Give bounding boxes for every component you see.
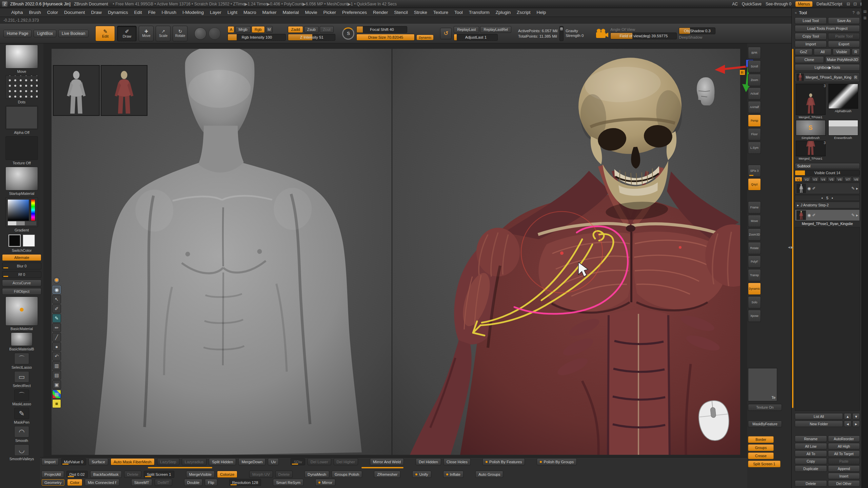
strip-icon[interactable]: ▥ <box>52 361 61 370</box>
subtool-view-tab[interactable]: V1 <box>795 177 802 182</box>
folder-right-icon[interactable]: ► <box>852 421 860 427</box>
bottom-bar-button[interactable]: Polish By Groups <box>537 458 577 465</box>
subtool-view-tab[interactable]: V6 <box>836 177 843 182</box>
bottom-bar-button[interactable]: Del Higher <box>334 458 358 465</box>
lightbox-button[interactable]: LightBox <box>34 30 56 37</box>
palette-item-thumbnail[interactable] <box>5 136 38 160</box>
make-polymesh3d-button[interactable]: Make PolyMesh3D <box>825 56 860 63</box>
subtool-action-button[interactable]: Paste <box>828 458 860 464</box>
tray-button[interactable]: Dynamic <box>748 283 761 295</box>
menu-item[interactable]: Texture <box>430 10 451 15</box>
palette-item[interactable]: Dots <box>5 75 38 104</box>
strip-icon[interactable]: ✐ <box>52 304 61 313</box>
palette-item[interactable]: Alpha Off <box>5 106 38 135</box>
subtool-view-tab[interactable]: V2 <box>803 177 810 182</box>
palette-item[interactable]: Move <box>5 45 38 74</box>
level-right-icon[interactable]: ▪ <box>832 196 833 200</box>
tray-orange-button[interactable]: Groups <box>748 444 774 451</box>
menu-item[interactable]: I-Brush <box>158 10 179 15</box>
window-control-icon[interactable]: ⊟ <box>846 2 851 6</box>
replay-last-rel-button[interactable]: ReplayLastRel <box>480 26 511 33</box>
lightbox-tools-button[interactable]: Lightbox▶Tools <box>795 64 860 71</box>
subtool-action-button[interactable]: Insert <box>828 473 860 479</box>
deep-shadow-label[interactable]: DeepShadow <box>679 35 715 39</box>
adjust-last-slider[interactable]: AdjustLast 1 <box>454 34 498 41</box>
subtool-action-button[interactable]: All To Target <box>828 450 860 457</box>
menu-item[interactable]: I-Modeling <box>179 10 207 15</box>
bottom-bar-button[interactable]: Polish By Features <box>482 458 525 465</box>
subtool-action-button[interactable]: AutoReorder <box>828 435 860 442</box>
tray-button[interactable]: Zoom3D <box>748 228 761 241</box>
menu-item[interactable]: Macro <box>240 10 259 15</box>
titlebar-toggle[interactable]: QuickSave <box>742 2 762 6</box>
titlebar-toggle[interactable]: DefaultZScript <box>816 2 842 6</box>
panel-scrollbar[interactable] <box>792 49 793 408</box>
menu-item[interactable]: Preferences <box>339 10 370 15</box>
menu-item[interactable]: Zscript <box>514 10 534 15</box>
palette-item[interactable]: Gradient <box>5 197 38 232</box>
palette-item-thumbnail[interactable] <box>5 75 38 99</box>
menu-item[interactable]: Dynamics <box>105 10 131 15</box>
rgb-intensity-slider[interactable]: Rgb Intensity 100 <box>228 34 286 41</box>
bottom-bar-button[interactable]: ZRemesher <box>374 471 400 478</box>
menu-item[interactable]: Tool <box>451 10 466 15</box>
tray-button[interactable]: SPix 3 <box>748 165 761 177</box>
palette-item[interactable]: Texture Off <box>5 136 38 165</box>
edit-button[interactable]: ✎Edit <box>95 26 115 41</box>
gravity-strength-slider[interactable]: Gravity Strength 0 <box>566 29 587 38</box>
bottom-bar-button[interactable]: Mirror And Weld <box>370 458 404 465</box>
strip-icon[interactable]: ✎ <box>52 314 61 323</box>
bottom-bar-button[interactable]: Delete <box>124 471 141 478</box>
goz-all-button[interactable]: All <box>814 48 831 55</box>
subtool-list-area[interactable] <box>795 227 860 411</box>
palette-item[interactable]: ⌒ SelectLasso <box>12 353 32 369</box>
paste-tool-button[interactable]: Paste Tool <box>828 33 860 40</box>
strip-icon[interactable]: ■ <box>52 399 61 408</box>
thumbnail-gray-figure[interactable] <box>53 65 100 116</box>
palette-item-thumbnail[interactable] <box>11 332 33 346</box>
goz-r-button[interactable]: R <box>852 48 860 55</box>
palette-item-thumbnail[interactable]: ⌒ <box>14 389 29 401</box>
bottom-bar-button[interactable]: ProjectAll <box>41 471 64 478</box>
export-button[interactable]: Export <box>828 41 860 47</box>
zsub-toggle[interactable]: Zsub <box>304 26 319 33</box>
menu-item[interactable]: Render <box>370 10 391 15</box>
goz-visible-button[interactable]: Visible <box>833 48 850 55</box>
menu-item[interactable]: File <box>145 10 159 15</box>
bottom-bar-button[interactable]: Dist 0.02 <box>66 471 88 478</box>
move-button[interactable]: ✚Move <box>139 26 154 41</box>
palette-item[interactable]: ▭ SelectRect <box>13 371 31 388</box>
tray-orange-button[interactable]: Crease <box>748 452 774 459</box>
tool-thumbnail[interactable]: AlphaBrush <box>827 84 859 119</box>
stroke-curve-icon[interactable]: S <box>342 27 354 40</box>
palette-item[interactable]: Rf 0 <box>2 271 41 278</box>
tray-button[interactable]: Rotate <box>748 242 761 254</box>
bottom-bar-button[interactable]: Close Holes <box>443 458 471 465</box>
replay-last-button[interactable]: ReplayLast <box>454 26 479 33</box>
palette-item-thumbnail[interactable]: ◡ <box>14 444 29 456</box>
subtool-row[interactable]: ◉ ✐ ✎ ▸ <box>795 183 860 194</box>
bottom-bar-button[interactable]: BackfaceMask <box>90 471 122 478</box>
menu-item[interactable]: Layer <box>207 10 224 15</box>
bottom-bar-button[interactable]: LazyStep <box>157 458 179 465</box>
tray-button[interactable]: Persp <box>748 115 761 127</box>
panel-resize-handle[interactable]: ◄▶ <box>787 245 793 249</box>
bottom-bar-button[interactable]: Split Hidden <box>209 458 236 465</box>
bottom-bar-button[interactable]: Geometry <box>41 479 65 486</box>
eye-icon[interactable]: ◉ <box>807 213 811 218</box>
menu-item[interactable]: Picker <box>320 10 339 15</box>
bottom-bar-button[interactable]: DynaMesh <box>304 471 329 478</box>
bottom-bar-button[interactable]: Color <box>67 479 82 486</box>
titlebar-toggle[interactable]: Menus <box>795 1 812 7</box>
head-preview[interactable] <box>694 76 718 108</box>
tray-button[interactable]: L.Sym <box>748 142 761 154</box>
import-button[interactable]: Import <box>795 41 827 47</box>
bottom-bar-button[interactable]: Mirror <box>315 479 335 486</box>
bottom-bar-button[interactable]: Import <box>41 458 59 465</box>
tray-button[interactable]: Frame <box>748 201 761 214</box>
new-folder-button[interactable]: New Folder <box>795 421 843 427</box>
flag-icon[interactable]: ▸ <box>856 186 858 191</box>
menu-item[interactable]: Marker <box>259 10 280 15</box>
home-page-button[interactable]: Home Page <box>3 30 32 37</box>
automask-slider[interactable] <box>148 467 212 468</box>
